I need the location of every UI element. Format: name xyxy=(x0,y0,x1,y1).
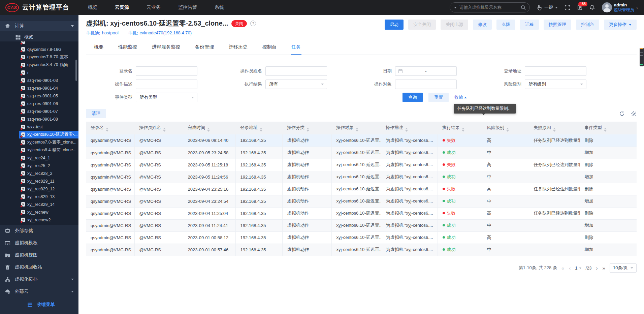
tree-item[interactable]: xyj_rec829_11 xyxy=(0,177,78,185)
column-header-登录名[interactable]: 登录名 xyxy=(86,122,134,134)
table-row[interactable]: qsyadmin@VMC-RS@VMC-RS2023-09-05 11:25:1… xyxy=(86,159,637,171)
page-size-select[interactable]: 10条/页 xyxy=(610,263,637,273)
tree-item[interactable]: xyj-centos6.10-延迟置零-... xyxy=(0,131,78,138)
nav-item[interactable]: 概览 xyxy=(88,4,97,10)
column-header-操作分类[interactable]: 操作分类 xyxy=(282,122,331,134)
reset-button[interactable]: 重置 xyxy=(428,93,449,102)
tree-item[interactable]: szq-res-0901-04 xyxy=(0,84,78,92)
tree-item[interactable]: wxx-test xyxy=(0,123,78,131)
table-row[interactable]: qsyadmin@VMC-RS@VMC-RS2023-09-01 00:58:1… xyxy=(86,231,637,244)
event-type-select[interactable]: 所有类型 xyxy=(136,93,197,102)
tree-item[interactable]: xyjcentos8.4-精简_clone... xyxy=(0,146,78,154)
nav-item[interactable]: 监控告警 xyxy=(178,4,197,10)
help-icon[interactable]: ? xyxy=(250,21,256,26)
tab-概要[interactable]: 概要 xyxy=(93,41,104,55)
tree-item[interactable]: xyj_rec829_12 xyxy=(0,185,78,193)
settings-gear-icon[interactable] xyxy=(631,111,637,117)
op-target-input[interactable] xyxy=(395,80,456,89)
column-header-失败原因[interactable]: 失败原因 xyxy=(529,122,580,134)
table-row[interactable]: qsyadmin@VMC-RS@VMC-RS2023-09-05 23:24:5… xyxy=(86,147,637,159)
tree-item[interactable]: szq-res-0901-05 xyxy=(0,92,78,100)
tab-性能监控[interactable]: 性能监控 xyxy=(118,41,138,55)
tab-迁移历史[interactable]: 迁移历史 xyxy=(228,41,248,55)
tree-item[interactable]: xyj_recnew xyxy=(0,208,78,216)
scroll-minimap[interactable] xyxy=(640,48,644,66)
tree-item[interactable]: szq-res-0901-07 xyxy=(0,107,78,115)
column-header-执行结果[interactable]: 执行结果 xyxy=(438,122,482,134)
tree-item-partial[interactable] xyxy=(0,41,78,45)
collapse-filters-link[interactable]: 收缩 xyxy=(454,94,467,100)
sidebar-scrollbar-thumb[interactable] xyxy=(75,60,77,81)
task-messages-button[interactable]: 188 xyxy=(577,5,583,10)
collapse-menu-button[interactable]: 收缩菜单 xyxy=(0,302,78,308)
tree-item[interactable]: xyj_rec829_14 xyxy=(0,200,78,208)
next-page-button[interactable]: › xyxy=(596,265,598,271)
tree-item[interactable]: xyj_recnew2 xyxy=(0,216,78,224)
search-input[interactable] xyxy=(459,5,518,10)
refresh-icon[interactable] xyxy=(619,111,625,117)
tree-item[interactable]: szq-res-0901-08 xyxy=(0,115,78,123)
date-range-picker[interactable]: - xyxy=(395,66,457,76)
last-page-button[interactable]: » xyxy=(602,265,606,271)
sidebar-item-vm-recycle[interactable]: v虚拟机回收站 xyxy=(0,261,78,273)
table-row[interactable]: qsyadmin@VMC-RS@VMC-RS2023-09-04 11:25:0… xyxy=(86,207,637,219)
tree-item[interactable]: xyj_rec828_2 xyxy=(0,169,78,177)
prev-page-button[interactable]: ‹ xyxy=(569,265,571,271)
tree-item[interactable]: szq-res-0901-03 xyxy=(0,76,78,84)
fullscreen-icon[interactable] xyxy=(565,5,570,10)
sidebar-item-vm-template[interactable]: v虚拟机模板 xyxy=(0,237,78,249)
table-row[interactable]: qsyadmin@VMC-RS@VMC-RS2023-09-04 23:24:5… xyxy=(86,195,637,207)
column-header-事件类型[interactable]: 事件类型 xyxy=(580,122,637,134)
tree-item[interactable]: xyj_rec24_1 xyxy=(0,154,78,162)
column-header-操作员姓名[interactable]: 操作员姓名 xyxy=(134,122,183,134)
column-header-完成时间[interactable]: 完成时间 xyxy=(183,122,235,134)
sidebar-item-vm-view[interactable]: v虚拟机视图 xyxy=(0,249,78,261)
operator-input[interactable] xyxy=(266,67,327,75)
sidebar-item-overview[interactable]: 概览 xyxy=(0,33,78,41)
tree-item[interactable]: r xyxy=(0,69,78,76)
op-desc-input[interactable] xyxy=(136,80,197,89)
tab-任务[interactable]: 任务 xyxy=(291,41,301,55)
nav-item[interactable]: 系统 xyxy=(215,4,224,10)
user-account[interactable]: admin 超级管理员 › xyxy=(602,2,638,12)
bell-icon[interactable] xyxy=(589,5,595,10)
column-header-操作描述[interactable]: 操作描述 xyxy=(381,122,438,134)
action-button-控制台[interactable]: 控制台 xyxy=(576,20,599,30)
sidebar-item-topology[interactable]: 虚拟化拓扑 xyxy=(0,273,78,285)
tree-item[interactable]: szq-res-0901-06 xyxy=(0,100,78,107)
login-name-input[interactable] xyxy=(136,67,197,75)
action-button-关闭电源[interactable]: 关闭电源 xyxy=(441,20,468,30)
tree-item[interactable]: qsycentos7.8-16G xyxy=(0,45,78,53)
table-row[interactable]: qsyadmin@VMC-RS@VMC-RS2023-09-01 00:57:4… xyxy=(86,244,637,256)
action-button-启动[interactable]: 启动 xyxy=(385,20,404,30)
action-button-安全关闭[interactable]: 安全关闭 xyxy=(408,20,436,30)
column-header-登录地址[interactable]: 登录地址 xyxy=(235,122,282,134)
host-link[interactable]: cvknode470(192.168.4.70) xyxy=(139,30,192,36)
table-row[interactable]: qsyadmin@VMC-RS@VMC-RS2023-09-06 09:14:4… xyxy=(86,134,637,147)
action-button-更多操作[interactable]: 更多操作 xyxy=(604,20,637,30)
action-button-快照管理[interactable]: 快照管理 xyxy=(544,20,571,30)
column-header-风险级别[interactable]: 风险级别 xyxy=(482,122,529,134)
tab-控制台[interactable]: 控制台 xyxy=(262,41,277,55)
login-addr-input[interactable] xyxy=(525,67,586,75)
nav-item[interactable]: 云业务 xyxy=(147,4,161,10)
sidebar-item-storage[interactable]: 外部存储 xyxy=(0,225,78,237)
sidebar-item-external-cloud[interactable]: 外部云 xyxy=(0,285,78,297)
table-row[interactable]: qsyadmin@VMC-RS@VMC-RS2023-09-04 11:24:4… xyxy=(86,219,637,231)
clear-tasks-button[interactable]: 清理 xyxy=(86,109,106,118)
current-page-select[interactable]: 1 xyxy=(575,265,581,271)
column-header-操作对象[interactable]: 操作对象 xyxy=(331,122,381,134)
one-key-menu[interactable]: 一键 xyxy=(537,4,558,10)
tab-进程服务监控[interactable]: 进程服务监控 xyxy=(151,41,181,55)
host-pool-link[interactable]: hostpool xyxy=(102,30,119,36)
tree-item[interactable]: qsycentos8.4-70-精简 xyxy=(0,61,78,69)
tab-备份管理[interactable]: 备份管理 xyxy=(194,41,215,55)
tree-item[interactable]: xyjcentos7.8-置零_clone... xyxy=(0,138,78,146)
tree-item[interactable]: xyj_rec829_13 xyxy=(0,193,78,200)
action-button-修改[interactable]: 修改 xyxy=(473,20,492,30)
tree-item[interactable]: xyj_rec25_2 xyxy=(0,162,78,169)
brand-logo[interactable]: CAS 云计算管理平台 xyxy=(0,3,78,12)
exec-result-select[interactable]: 所有 xyxy=(265,80,327,89)
action-button-迁移[interactable]: 迁移 xyxy=(520,20,539,30)
table-row[interactable]: qsyadmin@VMC-RS@VMC-RS2023-09-05 11:24:5… xyxy=(86,171,637,183)
